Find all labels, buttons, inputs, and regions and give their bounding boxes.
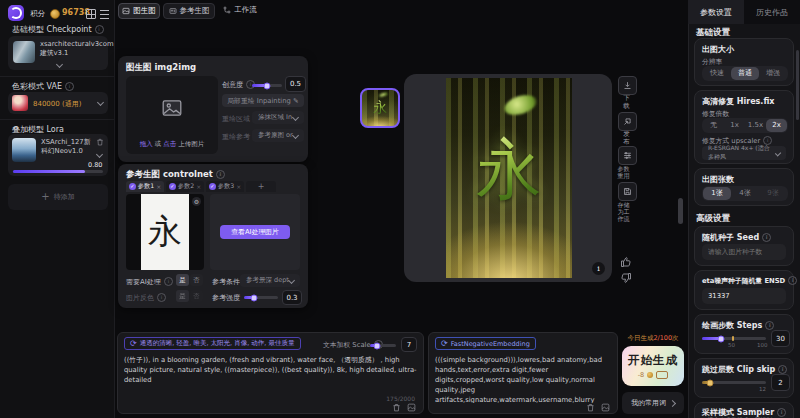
generate-button[interactable]: 开始生成 -8	[622, 346, 684, 386]
upload-click-word[interactable]: 点击	[163, 140, 176, 148]
tab-ref-generate[interactable]: 参考生图	[163, 3, 215, 19]
app-logo[interactable]	[8, 5, 24, 21]
result-thumbnail[interactable]: 永	[360, 88, 400, 128]
gallery-icon[interactable]	[407, 403, 416, 412]
batch-option-1[interactable]: 1张	[703, 187, 731, 200]
thumbs-up-icon[interactable]	[620, 256, 632, 268]
vae-thumbnail	[12, 95, 28, 111]
close-icon[interactable]: ×	[156, 183, 161, 190]
image-upload-dropzone[interactable]: 拖入 或 点击 上传图片	[126, 76, 218, 154]
checkpoint-card[interactable]: xsarchitecturalv3com建筑v3.1	[8, 36, 108, 70]
prompt-suggestion-chip[interactable]: ⟳ 通透的清晰, 轻盈, 唯美, 太阳光, 肖像, 动作, 最佳质量	[124, 337, 301, 350]
denoise-value[interactable]: 0.5	[285, 76, 306, 92]
resolution-option-normal[interactable]: 普通	[731, 67, 759, 80]
quota-value: 2/100	[653, 334, 672, 342]
image-info-icon[interactable]: i	[592, 262, 605, 275]
publish-button[interactable]	[618, 112, 637, 131]
save-workflow-button[interactable]	[618, 182, 637, 201]
batch-segment[interactable]: 1张 4张 9张	[702, 186, 788, 201]
lora-card[interactable]: XSArchi_127新科幻Neov1.0 0.80	[8, 134, 108, 176]
ref-condition-select[interactable]: 参考景深 dept	[240, 274, 300, 287]
grid-icon[interactable]	[86, 9, 96, 19]
lora-weight-slider[interactable]	[13, 170, 103, 173]
ref-strength-slider[interactable]	[244, 296, 278, 299]
resolution-option-enhanced[interactable]: 增强	[759, 67, 787, 80]
ai-process-yes-button[interactable]: 是	[176, 274, 189, 286]
steps-slider[interactable]	[702, 337, 766, 340]
view-ai-image-button[interactable]: 查看AI处理图片	[220, 225, 290, 239]
ref-strength-value[interactable]: 0.3	[282, 290, 302, 305]
workflow-tab-icon	[223, 6, 231, 14]
negative-prompt-input[interactable]: (((simple background))),lowres,bad anato…	[435, 355, 613, 403]
reuse-params-button[interactable]	[618, 146, 637, 165]
gear-icon[interactable]: ⚙	[192, 197, 201, 206]
hires-scale-segment[interactable]: 无 1x 1.5x 2x	[702, 118, 788, 133]
scale-value[interactable]: 7	[401, 337, 417, 352]
invert-no-button[interactable]: 否	[190, 290, 203, 302]
positive-prompt-input[interactable]: ((竹子)), in a blooming garden, (fresh and…	[124, 355, 417, 399]
seed-input[interactable]	[702, 244, 786, 260]
hires-option-none[interactable]: 无	[703, 119, 724, 132]
panel-collapse-handle[interactable]	[678, 198, 683, 224]
scrollbar-thumb[interactable]	[796, 50, 799, 120]
menu-icon[interactable]	[100, 10, 109, 19]
controlnet-image-box[interactable]: 永 ⚙	[126, 194, 204, 270]
check-circle-icon: ✓	[129, 183, 136, 190]
resolution-option-fast[interactable]: 快速	[703, 67, 731, 80]
tab-img2img[interactable]: 图生图	[118, 3, 160, 19]
controlnet-tab-3[interactable]: ✓ 参数3 ×	[206, 181, 244, 192]
redraw-ref-select[interactable]: 参考原图 or	[252, 129, 304, 142]
clip-skip-max-label: 12	[759, 386, 766, 392]
controlnet-tab-2[interactable]: ✓ 参数2 ×	[166, 181, 204, 192]
vae-value: 840000 (通用)	[33, 99, 81, 109]
resolution-segment[interactable]: 快速 普通 增强	[702, 66, 788, 81]
close-icon[interactable]: ×	[196, 183, 201, 190]
clip-skip-value[interactable]: 2	[771, 374, 790, 391]
controlnet-add-tab[interactable]: +	[246, 181, 276, 192]
tab-parameter-settings[interactable]: 参数设置	[688, 0, 744, 24]
ensd-input[interactable]	[702, 288, 786, 304]
lora-add-button[interactable]: + 待添加	[8, 184, 108, 210]
negative-prompt-panel: ⟳ FastNegativeEmbedding (((simple backgr…	[428, 332, 618, 414]
trash-icon[interactable]	[96, 138, 104, 146]
hires-option-15x[interactable]: 1.5x	[745, 119, 766, 132]
chevron-down-icon	[97, 99, 104, 106]
vae-select[interactable]: 840000 (通用)	[8, 92, 108, 114]
batch-option-4[interactable]: 4张	[731, 187, 759, 200]
denoise-slider[interactable]	[252, 84, 282, 87]
img2img-panel-title: 图生图 img2img	[126, 62, 196, 74]
img2img-panel: 图生图 img2img 拖入 或 点击 上传图片 创意度i 0.5 局部重绘 I…	[118, 56, 308, 162]
image-placeholder-icon	[162, 100, 182, 116]
tab-workflow[interactable]: 工作流	[220, 3, 260, 17]
info-icon: i	[65, 82, 74, 91]
refresh-icon[interactable]: ⟳	[441, 340, 448, 348]
hires-option-1x[interactable]: 1x	[724, 119, 745, 132]
idcard-tab-icon	[169, 7, 177, 15]
thumbnail-glyph: 永	[373, 99, 387, 117]
clip-skip-slider[interactable]	[702, 381, 766, 384]
steps-value[interactable]: 30	[771, 330, 790, 347]
tab-history-works[interactable]: 历史作品	[744, 0, 800, 24]
refresh-icon[interactable]: ⟳	[130, 340, 137, 348]
upscaler-select[interactable]: R-ESRGAN 4x+ (适合多种风	[702, 146, 786, 160]
controlnet-tab-1[interactable]: ✓ 参数1 ×	[126, 181, 164, 192]
invert-yes-button[interactable]: 是	[176, 290, 189, 302]
ai-process-no-button[interactable]: 否	[190, 274, 203, 286]
info-icon: i	[216, 170, 225, 179]
hires-option-2x[interactable]: 2x	[766, 119, 787, 132]
trash-icon[interactable]	[392, 403, 401, 412]
close-icon[interactable]: ×	[236, 183, 241, 190]
chevron-down-icon[interactable]	[96, 151, 103, 158]
negative-embedding-chip[interactable]: ⟳ FastNegativeEmbedding	[435, 337, 536, 350]
trash-icon[interactable]	[586, 403, 595, 412]
download-button[interactable]	[618, 76, 637, 95]
redraw-area-select[interactable]: 涂抹区域 In	[252, 111, 304, 124]
gallery-icon[interactable]	[601, 403, 610, 412]
thumbs-down-icon[interactable]	[620, 272, 632, 284]
generated-image[interactable]: 永	[446, 78, 572, 278]
inpaint-button[interactable]: 局部重绘 Inpainting ✎	[222, 94, 304, 107]
calligraphy-glyph: 永	[148, 209, 182, 255]
my-common-words-button[interactable]: 我的常用词	[622, 392, 684, 414]
scale-slider[interactable]	[370, 344, 396, 347]
chevron-down-icon[interactable]	[56, 61, 63, 68]
